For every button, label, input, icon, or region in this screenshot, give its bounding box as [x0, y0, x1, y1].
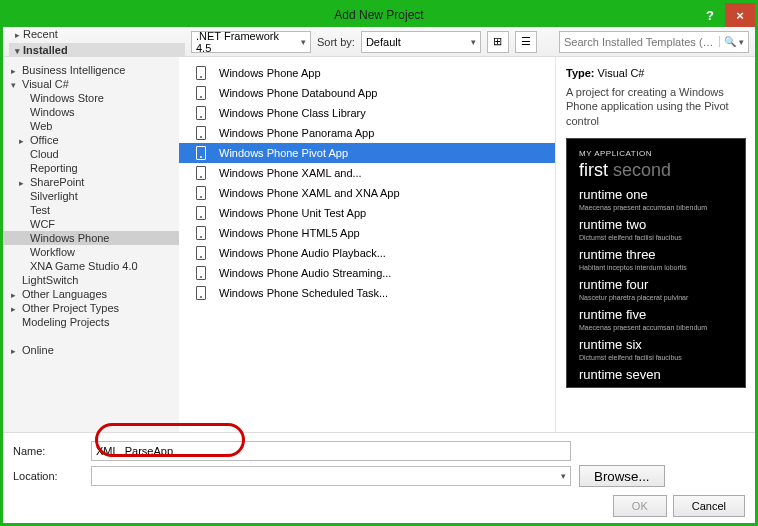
tree-item[interactable]: Other Project Types — [3, 301, 179, 315]
tree-item[interactable]: Modeling Projects — [3, 315, 179, 329]
tree-item[interactable]: XNA Game Studio 4.0 — [3, 259, 179, 273]
toolbar: Recent Installed .NET Framework 4.5 ▾ So… — [3, 27, 755, 57]
tab-online[interactable]: Online — [3, 343, 179, 357]
name-input[interactable] — [91, 441, 571, 461]
template-item[interactable]: Windows Phone Databound App — [179, 83, 555, 103]
preview-item-subtitle: Maecenas praesent accumsan bibendum — [579, 204, 733, 211]
window-controls: ? × — [695, 3, 755, 27]
template-tree: Business IntelligenceVisual C#Windows St… — [3, 57, 179, 432]
template-item[interactable]: Windows Phone App — [179, 63, 555, 83]
preview-item-title: runtime seven — [579, 367, 733, 382]
phone-icon — [193, 245, 209, 261]
expander-icon — [19, 176, 27, 188]
location-label: Location: — [13, 470, 83, 482]
ok-button[interactable]: OK — [613, 495, 667, 517]
tree-item[interactable]: LightSwitch — [3, 273, 179, 287]
search-icon[interactable]: 🔍 — [719, 36, 736, 47]
tree-item-label: Other Project Types — [22, 302, 119, 314]
tree-item[interactable]: Office — [3, 133, 179, 147]
sortby-label: Sort by: — [317, 36, 355, 48]
chevron-down-icon: ▾ — [467, 37, 476, 47]
cancel-button[interactable]: Cancel — [673, 495, 745, 517]
form-area: Name: Location: ▾ Browse... OK Cancel — [3, 432, 755, 523]
tree-item[interactable]: Windows — [3, 105, 179, 119]
tree-item[interactable]: Test — [3, 203, 179, 217]
preview-item-subtitle: Nascetur pharetra placerat pulvinar — [579, 294, 733, 301]
tree-item[interactable]: WCF — [3, 217, 179, 231]
location-dropdown[interactable]: ▾ — [91, 466, 571, 486]
template-item[interactable]: Windows Phone Pivot App — [179, 143, 555, 163]
sortby-value: Default — [366, 36, 401, 48]
tree-item-label: Reporting — [30, 162, 78, 174]
view-details-button[interactable]: ⊞ — [487, 31, 509, 53]
framework-dropdown[interactable]: .NET Framework 4.5 ▾ — [191, 31, 311, 53]
template-item[interactable]: Windows Phone Unit Test App — [179, 203, 555, 223]
name-row: Name: — [13, 441, 745, 461]
template-item[interactable]: Windows Phone XAML and XNA App — [179, 183, 555, 203]
tree-item[interactable]: Cloud — [3, 147, 179, 161]
template-label: Windows Phone Audio Playback... — [219, 247, 386, 259]
tree-item[interactable]: Web — [3, 119, 179, 133]
search-chevron-icon[interactable]: ▾ — [736, 37, 744, 47]
tree-item-label: Business Intelligence — [22, 64, 125, 76]
browse-button[interactable]: Browse... — [579, 465, 665, 487]
tree-item-label: Windows — [30, 106, 75, 118]
expander-icon — [11, 302, 19, 314]
preview-app-name: MY APPLICATION — [579, 149, 733, 158]
description: A project for creating a Windows Phone a… — [566, 85, 745, 128]
chevron-down-icon: ▾ — [561, 471, 566, 481]
expander-icon — [11, 288, 19, 300]
tab-installed[interactable]: Installed — [9, 43, 185, 57]
tab-installed-label: Installed — [23, 44, 68, 56]
template-item[interactable]: Windows Phone Panorama App — [179, 123, 555, 143]
template-label: Windows Phone Class Library — [219, 107, 366, 119]
tree-item[interactable]: Windows Phone — [3, 231, 179, 245]
preview-item-title: runtime one — [579, 187, 733, 202]
template-label: Windows Phone Pivot App — [219, 147, 348, 159]
template-list: Windows Phone AppWindows Phone Databound… — [179, 57, 555, 432]
tree-item[interactable]: Silverlight — [3, 189, 179, 203]
list-icon: ☰ — [521, 35, 531, 48]
help-button[interactable]: ? — [695, 3, 725, 27]
close-button[interactable]: × — [725, 3, 755, 27]
tree-item-label: SharePoint — [30, 176, 84, 188]
preview-item-title: runtime five — [579, 307, 733, 322]
tree-item[interactable]: SharePoint — [3, 175, 179, 189]
pivot-first: first — [579, 160, 608, 180]
tab-online-label: Online — [22, 344, 54, 356]
tree-item-label: Other Languages — [22, 288, 107, 300]
name-input-field[interactable] — [96, 445, 566, 457]
tree-item-label: LightSwitch — [22, 274, 78, 286]
details-pane: Type: Visual C# A project for creating a… — [555, 57, 755, 432]
template-item[interactable]: Windows Phone HTML5 App — [179, 223, 555, 243]
preview-pivots: first second — [579, 160, 733, 181]
template-item[interactable]: Windows Phone Class Library — [179, 103, 555, 123]
preview-item-subtitle: Dictumst eleifend facilisi faucibus — [579, 354, 733, 361]
type-row: Type: Visual C# — [566, 67, 745, 79]
view-list-button[interactable]: ☰ — [515, 31, 537, 53]
tree-item[interactable]: Visual C# — [3, 77, 179, 91]
preview-item-subtitle: Habitant inceptos interdum lobortis — [579, 264, 733, 271]
template-label: Windows Phone Audio Streaming... — [219, 267, 391, 279]
search-input[interactable]: Search Installed Templates (Ctrl+E) 🔍 ▾ — [559, 31, 749, 53]
sortby-dropdown[interactable]: Default ▾ — [361, 31, 481, 53]
search-placeholder: Search Installed Templates (Ctrl+E) — [564, 36, 719, 48]
template-label: Windows Phone Panorama App — [219, 127, 374, 139]
tree-item[interactable]: Other Languages — [3, 287, 179, 301]
template-label: Windows Phone XAML and... — [219, 167, 362, 179]
tree-item[interactable]: Workflow — [3, 245, 179, 259]
tree-item[interactable]: Business Intelligence — [3, 63, 179, 77]
tree-item[interactable]: Windows Store — [3, 91, 179, 105]
phone-icon — [193, 205, 209, 221]
expander-icon — [11, 64, 19, 76]
template-item[interactable]: Windows Phone Scheduled Task... — [179, 283, 555, 303]
tree-item[interactable]: Reporting — [3, 161, 179, 175]
type-value: Visual C# — [598, 67, 645, 79]
tree-item-label: Visual C# — [22, 78, 69, 90]
tree-item-label: Modeling Projects — [22, 316, 109, 328]
tab-recent[interactable]: Recent — [9, 27, 185, 41]
preview-item-title: runtime two — [579, 217, 733, 232]
template-item[interactable]: Windows Phone Audio Playback... — [179, 243, 555, 263]
template-item[interactable]: Windows Phone Audio Streaming... — [179, 263, 555, 283]
template-item[interactable]: Windows Phone XAML and... — [179, 163, 555, 183]
